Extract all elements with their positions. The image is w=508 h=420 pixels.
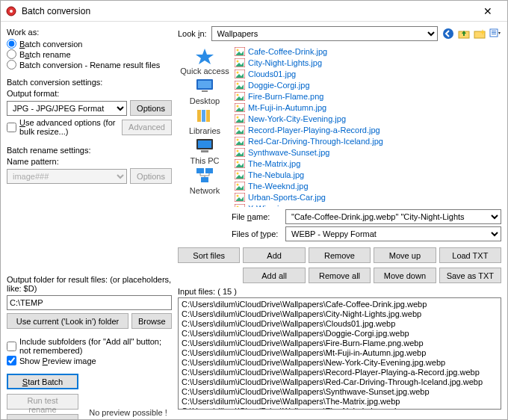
move-up-button[interactable]: Move up (374, 247, 436, 263)
svg-rect-20 (205, 168, 213, 173)
file-item[interactable]: The-Matrix.jpg (233, 158, 500, 169)
file-item-name: The-Nebula.jpg (248, 170, 304, 179)
image-file-icon (235, 47, 245, 56)
file-item[interactable]: The-Nebula.jpg (233, 169, 500, 180)
look-in-label: Look in: (178, 29, 207, 38)
svg-point-23 (237, 49, 239, 51)
input-files-label: Input files: ( 15 ) (178, 287, 501, 296)
svg-rect-17 (198, 140, 211, 148)
output-folder-input[interactable] (7, 295, 172, 310)
image-file-icon (235, 159, 245, 168)
close-button[interactable]: ✕ (473, 5, 503, 17)
image-file-icon (235, 58, 245, 67)
radio-batch-rename-label: Batch rename (19, 50, 71, 59)
browse-button[interactable]: Browse (131, 313, 172, 329)
input-file-item[interactable]: C:\Users\dilum\iCloudDrive\Wallpapers\Re… (182, 377, 498, 387)
input-file-item[interactable]: C:\Users\dilum\iCloudDrive\Wallpapers\Ca… (182, 300, 498, 309)
file-item[interactable]: Mt-Fuji-in-Autumn.jpg (233, 102, 500, 113)
input-file-item[interactable]: C:\Users\dilum\iCloudDrive\Wallpapers\Th… (182, 407, 498, 410)
window-title: Batch conversion (22, 6, 473, 16)
output-format-select[interactable]: JPG - JPG/JPEG Format (7, 101, 127, 116)
advanced-options-label: Use advanced options (for bulk resize...… (19, 118, 119, 136)
run-test-rename-button: Run test rename (7, 394, 78, 410)
radio-batch-conversion[interactable] (7, 39, 16, 49)
image-file-icon (235, 137, 245, 146)
svg-point-49 (237, 194, 239, 197)
image-file-icon (235, 148, 245, 157)
svg-rect-13 (197, 110, 201, 122)
move-down-button[interactable]: Move down (374, 268, 436, 283)
save-txt-button[interactable]: Save as TXT (439, 268, 501, 283)
file-item-name: New-York-City-Evening.jpg (248, 114, 346, 123)
svg-rect-12 (202, 90, 208, 92)
place-desktop[interactable]: Desktop (190, 77, 220, 105)
input-file-item[interactable]: C:\Users\dilum\iCloudDrive\Wallpapers\Ne… (182, 358, 498, 368)
remove-all-button[interactable]: Remove all (309, 268, 371, 283)
add-all-button[interactable]: Add all (243, 268, 305, 283)
include-subfolders-label: Include subfolders (for "Add all" button… (19, 337, 172, 355)
load-txt-button[interactable]: Load TXT (439, 247, 501, 263)
back-icon[interactable] (442, 28, 454, 40)
image-file-icon (235, 170, 245, 179)
use-current-folder-button[interactable]: Use current ('Look in') folder (7, 313, 128, 329)
new-folder-icon[interactable] (474, 28, 486, 40)
input-file-item[interactable]: C:\Users\dilum\iCloudDrive\Wallpapers\Th… (182, 397, 498, 407)
svg-rect-18 (201, 150, 208, 152)
svg-point-31 (237, 93, 239, 96)
remove-button[interactable]: Remove (309, 247, 371, 263)
add-button[interactable]: Add (243, 247, 305, 263)
file-item[interactable]: Record-Player-Playing-a-Record.jpg (233, 124, 500, 135)
input-files-list[interactable]: C:\Users\dilum\iCloudDrive\Wallpapers\Ca… (178, 297, 501, 410)
file-item[interactable]: Red-Car-Driving-Through-Iceland.jpg (233, 135, 500, 146)
input-file-item[interactable]: C:\Users\dilum\iCloudDrive\Wallpapers\Cl… (182, 319, 498, 329)
input-file-item[interactable]: C:\Users\dilum\iCloudDrive\Wallpapers\Fi… (182, 339, 498, 348)
include-subfolders-checkbox[interactable] (7, 342, 16, 351)
svg-point-43 (237, 161, 239, 163)
name-pattern-label: Name pattern: (7, 157, 172, 166)
file-item[interactable]: Synthwave-Sunset.jpg (233, 146, 500, 158)
file-item[interactable]: The-Weeknd.jpg (233, 180, 500, 191)
file-item-name: Cafe-Coffee-Drink.jpg (248, 47, 327, 56)
svg-rect-6 (492, 31, 496, 31)
svg-point-1 (10, 10, 13, 13)
sort-files-button[interactable]: Sort files (178, 247, 240, 263)
files-of-type-select[interactable]: WEBP - Weppy Format (285, 226, 501, 241)
svg-rect-15 (206, 110, 210, 122)
format-options-button[interactable]: Options (130, 100, 172, 116)
radio-batch-conversion-rename[interactable] (7, 60, 16, 70)
input-file-item[interactable]: C:\Users\dilum\iCloudDrive\Wallpapers\Re… (182, 368, 498, 377)
place-this-pc[interactable]: This PC (190, 137, 219, 165)
up-folder-icon[interactable] (458, 28, 470, 40)
file-item[interactable]: New-York-City-Evening.jpg (233, 113, 500, 124)
show-preview-checkbox[interactable] (7, 356, 16, 365)
file-item[interactable]: City-Night-Lights.jpg (233, 57, 500, 68)
start-batch-button[interactable]: Start Batch (7, 374, 78, 389)
file-item[interactable]: Fire-Burn-Flame.png (233, 90, 500, 102)
file-name-select[interactable]: "Cafe-Coffee-Drink.jpg.webp" "City-Night… (285, 209, 501, 224)
look-in-select[interactable]: Wallpapers (211, 26, 438, 41)
place-network[interactable]: Network (190, 167, 220, 195)
file-item[interactable]: X-Wing.jpg (233, 203, 500, 207)
input-file-item[interactable]: C:\Users\dilum\iCloudDrive\Wallpapers\Do… (182, 329, 498, 339)
view-menu-icon[interactable] (489, 28, 501, 40)
svg-rect-11 (198, 81, 211, 88)
file-item-name: Fire-Burn-Flame.png (248, 92, 323, 101)
place-quick-access[interactable]: Quick access (180, 47, 229, 75)
place-libraries[interactable]: Libraries (189, 107, 220, 135)
input-file-item[interactable]: C:\Users\dilum\iCloudDrive\Wallpapers\Ci… (182, 309, 498, 319)
input-file-item[interactable]: C:\Users\dilum\iCloudDrive\Wallpapers\Sy… (182, 387, 498, 397)
image-file-icon (235, 114, 245, 123)
advanced-options-checkbox[interactable] (7, 123, 16, 132)
cancel-button[interactable]: Cancel (7, 414, 78, 420)
input-file-item[interactable]: C:\Users\dilum\iCloudDrive\Wallpapers\Mt… (182, 348, 498, 358)
file-item[interactable]: Doggie-Corgi.jpg (233, 79, 500, 90)
file-item[interactable]: Cafe-Coffee-Drink.jpg (233, 46, 500, 57)
file-item[interactable]: Clouds01.jpg (233, 68, 500, 79)
file-list[interactable]: Cafe-Coffee-Drink.jpgCity-Night-Lights.j… (232, 44, 501, 207)
svg-rect-7 (492, 32, 496, 33)
file-item-name: Record-Player-Playing-a-Record.jpg (248, 126, 380, 135)
radio-batch-rename[interactable] (7, 49, 16, 59)
image-file-icon (235, 182, 245, 191)
file-item[interactable]: Urban-Sports-Car.jpg (233, 191, 500, 203)
svg-rect-50 (235, 204, 245, 208)
